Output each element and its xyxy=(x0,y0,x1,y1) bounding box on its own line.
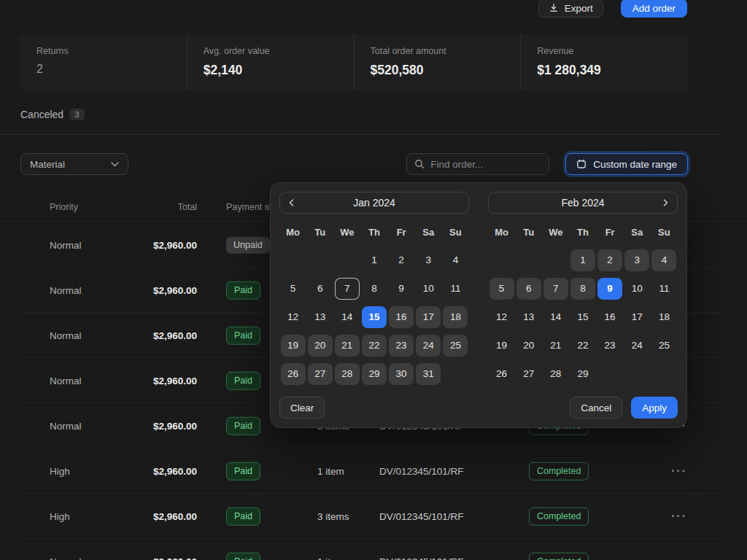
row-menu-icon[interactable]: ··· xyxy=(671,464,687,478)
weekday-label: Th xyxy=(569,224,596,241)
day-cell-wrap: 20 xyxy=(515,331,542,359)
day-cell[interactable]: 29 xyxy=(362,363,387,385)
day-cell[interactable]: 3 xyxy=(624,249,649,271)
search-input[interactable] xyxy=(430,159,541,170)
day-cell[interactable]: 24 xyxy=(624,335,649,357)
day-cell[interactable]: 16 xyxy=(389,306,414,328)
day-cell[interactable]: 26 xyxy=(281,363,306,385)
day-cell[interactable]: 13 xyxy=(308,306,333,328)
priority-cell: Normal xyxy=(50,240,82,251)
total-cell: $2,960.00 xyxy=(109,285,197,296)
day-cell[interactable]: 12 xyxy=(281,306,306,328)
day-cell[interactable]: 5 xyxy=(489,278,514,300)
day-cell[interactable]: 11 xyxy=(443,278,468,300)
day-cell[interactable]: 18 xyxy=(651,306,676,328)
day-cell[interactable]: 9 xyxy=(597,278,622,300)
day-cell[interactable]: 2 xyxy=(389,249,414,271)
day-cell[interactable]: 15 xyxy=(570,306,595,328)
day-cell[interactable]: 7 xyxy=(335,278,360,300)
day-cell[interactable]: 19 xyxy=(281,335,306,357)
table-row[interactable]: High$2,960.00Paid3 itemsDV/012345/101/RF… xyxy=(0,494,747,539)
day-cell[interactable]: 2 xyxy=(597,249,622,271)
day-cell[interactable]: 6 xyxy=(308,278,333,300)
day-cell[interactable]: 16 xyxy=(597,306,622,328)
custom-date-range-button[interactable]: Custom date range xyxy=(565,153,688,175)
day-cell[interactable]: 27 xyxy=(516,363,541,385)
table-row[interactable]: High$2,960.00Paid1 itemDV/012345/101/RFC… xyxy=(0,448,747,494)
day-cell[interactable]: 8 xyxy=(362,278,387,300)
day-cell[interactable]: 23 xyxy=(389,335,414,357)
day-cell[interactable]: 20 xyxy=(516,335,541,357)
day-cell[interactable]: 27 xyxy=(308,363,333,385)
day-cell[interactable]: 17 xyxy=(416,306,441,328)
tab-canceled[interactable]: Canceled 3 xyxy=(20,109,85,120)
export-button[interactable]: Export xyxy=(538,0,603,18)
day-cell[interactable]: 13 xyxy=(516,306,541,328)
day-cell[interactable]: 18 xyxy=(443,306,468,328)
weekday-label: Sa xyxy=(624,224,651,241)
day-cell[interactable]: 9 xyxy=(389,278,414,300)
day-cell[interactable]: 11 xyxy=(651,278,676,300)
day-cell-wrap: 28 xyxy=(542,359,569,388)
next-month-button[interactable] xyxy=(655,193,676,212)
export-label: Export xyxy=(565,3,593,14)
day-cell[interactable]: 25 xyxy=(651,335,676,357)
day-cell[interactable]: 22 xyxy=(362,335,387,357)
prev-month-button[interactable] xyxy=(282,193,302,212)
stat-label: Total order amount xyxy=(371,46,521,56)
cancel-button[interactable]: Cancel xyxy=(570,397,622,419)
day-cell[interactable]: 14 xyxy=(543,306,568,328)
weekday-label: We xyxy=(542,224,569,241)
weekday-label: Tu xyxy=(515,224,542,241)
weekday-label: Sa xyxy=(415,224,442,241)
day-cell[interactable]: 14 xyxy=(335,306,360,328)
day-cell[interactable]: 21 xyxy=(543,335,568,357)
day-cell[interactable]: 10 xyxy=(624,278,649,300)
day-cell[interactable]: 24 xyxy=(416,335,441,357)
day-cell-wrap: 18 xyxy=(651,303,678,331)
table-row[interactable]: Normal$2,960.00Paid1 itemDV/012345/101/R… xyxy=(0,539,747,560)
day-cell[interactable]: 1 xyxy=(362,249,387,271)
order-number-cell: DV/012345/101/RF xyxy=(379,466,464,477)
day-cell[interactable]: 28 xyxy=(335,363,360,385)
material-select-label: Material xyxy=(30,159,65,170)
day-cell[interactable]: 25 xyxy=(443,335,468,357)
day-cell-wrap: 9 xyxy=(597,274,624,303)
date-range-label: Custom date range xyxy=(593,159,677,170)
day-cell[interactable]: 26 xyxy=(489,363,514,385)
apply-button[interactable]: Apply xyxy=(631,397,678,419)
day-cell[interactable]: 28 xyxy=(543,363,568,385)
material-select[interactable]: Material xyxy=(20,153,128,175)
day-cell-wrap: 10 xyxy=(624,274,651,303)
day-cell[interactable]: 10 xyxy=(416,278,441,300)
total-cell: $2,960.00 xyxy=(109,511,197,522)
day-cell[interactable]: 31 xyxy=(416,363,441,385)
day-cell-wrap: 18 xyxy=(442,303,469,331)
clear-button[interactable]: Clear xyxy=(279,397,325,419)
day-cell[interactable]: 17 xyxy=(624,306,649,328)
day-cell[interactable]: 29 xyxy=(570,363,595,385)
day-cell[interactable]: 8 xyxy=(570,278,595,300)
day-cell[interactable]: 3 xyxy=(416,249,441,271)
day-cell[interactable]: 4 xyxy=(443,249,468,271)
row-menu-icon[interactable]: ··· xyxy=(671,510,687,523)
day-cell[interactable]: 23 xyxy=(597,335,622,357)
day-cell[interactable]: 12 xyxy=(489,306,514,328)
empty-day-cell xyxy=(542,246,569,274)
day-cell[interactable]: 20 xyxy=(308,335,333,357)
day-cell[interactable]: 4 xyxy=(651,249,676,271)
row-menu-icon[interactable]: ··· xyxy=(671,555,687,560)
total-cell: $2,960.00 xyxy=(109,556,197,560)
day-cell[interactable]: 21 xyxy=(335,335,360,357)
day-cell[interactable]: 15 xyxy=(362,306,387,328)
payment-status-badge: Paid xyxy=(226,372,260,390)
day-cell[interactable]: 22 xyxy=(570,335,595,357)
day-cell[interactable]: 30 xyxy=(389,363,414,385)
day-cell[interactable]: 19 xyxy=(489,335,514,357)
day-cell[interactable]: 6 xyxy=(516,278,541,300)
add-order-button[interactable]: Add order xyxy=(621,0,687,18)
day-cell[interactable]: 1 xyxy=(570,249,595,271)
top-actions: Export Add order xyxy=(538,0,687,18)
day-cell[interactable]: 7 xyxy=(543,278,568,300)
day-cell[interactable]: 5 xyxy=(281,278,306,300)
